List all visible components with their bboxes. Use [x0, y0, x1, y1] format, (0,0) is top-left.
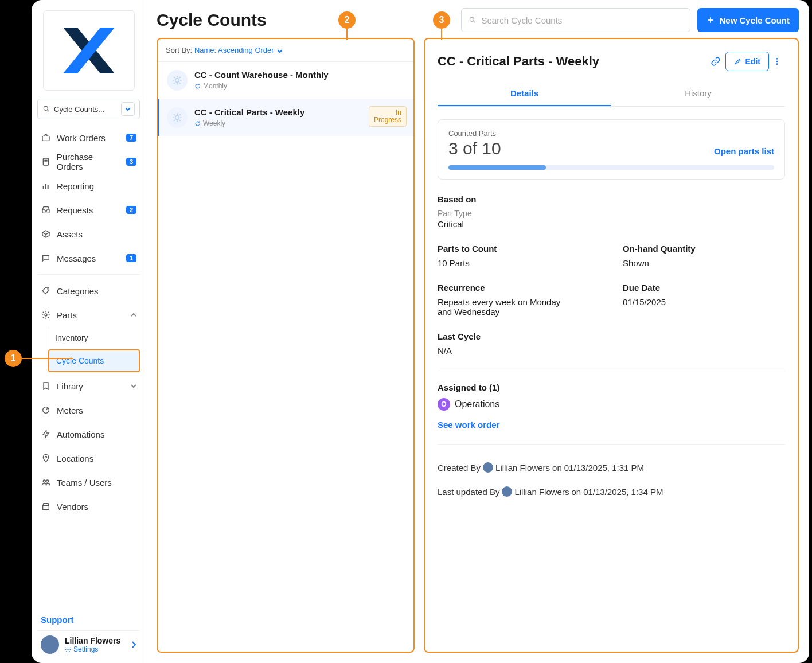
users-icon — [41, 477, 51, 487]
chevron-right-icon — [131, 641, 136, 649]
sidebar-item-meters[interactable]: Meters — [37, 399, 140, 422]
tag-icon — [41, 286, 51, 296]
primary-nav: Work Orders 7 Purchase Orders 3 Reportin… — [37, 126, 140, 518]
svg-rect-10 — [48, 185, 49, 189]
based-on-value: Critical — [438, 219, 785, 229]
sidebar: Cycle Counts... Work Orders 7 Purchase O… — [32, 0, 146, 663]
svg-line-16 — [46, 408, 48, 410]
svg-point-18 — [45, 456, 46, 458]
pencil-icon — [734, 57, 742, 65]
sort-control[interactable]: Sort By: Name: Ascending Order — [158, 39, 413, 62]
sidebar-item-teams-users[interactable]: Teams / Users — [37, 471, 140, 494]
svg-rect-21 — [43, 506, 49, 510]
nav-label: Inventory — [55, 333, 88, 342]
detail-title: CC - Critical Parts - Weekly — [438, 54, 706, 69]
user-settings-link[interactable]: Settings — [65, 645, 120, 653]
sidebar-item-work-orders[interactable]: Work Orders 7 — [37, 126, 140, 149]
tab-history[interactable]: History — [611, 81, 785, 106]
detail-tabs: Details History — [438, 81, 785, 107]
counted-value: 3 of 10 — [448, 139, 501, 158]
nav-label: Teams / Users — [57, 478, 112, 487]
svg-marker-11 — [42, 231, 49, 235]
nav-label: Categories — [57, 286, 99, 296]
sidebar-item-library[interactable]: Library — [37, 375, 140, 397]
see-work-order-link[interactable]: See work order — [438, 420, 785, 430]
bar-chart-icon — [41, 181, 51, 191]
parts-subnav: Inventory Cycle Counts — [48, 327, 140, 373]
edit-button[interactable]: Edit — [725, 52, 769, 71]
more-menu-button[interactable] — [769, 57, 785, 66]
recurrence-label: Recurrence — [438, 283, 600, 292]
status-badge: InProgress — [369, 106, 407, 127]
gear-icon — [65, 646, 71, 653]
svg-point-13 — [47, 288, 48, 290]
sidebar-item-purchase-orders[interactable]: Purchase Orders 3 — [37, 150, 140, 173]
on-hand-value: Shown — [623, 258, 785, 268]
page-title: Cycle Counts — [157, 10, 267, 30]
on-hand-label: On-hand Quantity — [623, 244, 785, 253]
sidebar-item-parts[interactable]: Parts — [37, 303, 140, 326]
share-link-button[interactable] — [706, 52, 725, 71]
sidebar-item-automations[interactable]: Automations — [37, 423, 140, 446]
chat-icon — [41, 253, 51, 263]
cycle-count-item[interactable]: CC - Count Warehouse - Monthly Monthly — [158, 62, 413, 99]
svg-point-22 — [67, 649, 69, 650]
search-icon — [469, 16, 477, 24]
svg-point-14 — [45, 314, 47, 316]
svg-point-20 — [46, 480, 49, 482]
sidebar-item-messages[interactable]: Messages 1 — [37, 247, 140, 270]
sidebar-item-assets[interactable]: Assets — [37, 223, 140, 245]
nav-label: Requests — [57, 205, 93, 215]
sidebar-scope-selector[interactable]: Cycle Counts... — [37, 99, 140, 119]
nav-label: Assets — [57, 229, 83, 239]
refresh-icon — [194, 83, 201, 89]
nav-badge: 2 — [126, 206, 136, 214]
assigned-to-label: Assigned to (1) — [438, 383, 785, 392]
assignee-name: Operations — [455, 399, 499, 410]
user-menu[interactable]: Lillian Flowers Settings — [37, 630, 140, 658]
sidebar-item-requests[interactable]: Requests 2 — [37, 198, 140, 221]
tab-details[interactable]: Details — [438, 81, 611, 106]
svg-line-24 — [474, 21, 475, 23]
annotation-badge-1: 1 — [5, 350, 22, 367]
sidebar-item-reporting[interactable]: Reporting — [37, 174, 140, 197]
assignee-chip[interactable]: O Operations — [438, 398, 785, 411]
svg-point-29 — [776, 58, 778, 60]
list-item-title: CC - Count Warehouse - Monthly — [194, 70, 404, 80]
recurrence-value: Repeats every week on Monday and Wednesd… — [438, 297, 575, 317]
gear-icon — [167, 107, 188, 128]
created-by-row: Created By Lillian Flowers on 01/13/2025… — [438, 462, 785, 473]
chevron-down-icon — [131, 383, 136, 389]
cycle-count-list-panel: Sort By: Name: Ascending Order CC - Coun… — [157, 38, 415, 653]
cycle-count-item[interactable]: CC - Critical Parts - Weekly Weekly InPr… — [158, 99, 413, 136]
nav-label: Locations — [57, 454, 93, 463]
nav-badge: 1 — [126, 254, 136, 262]
chevron-down-icon[interactable] — [121, 102, 135, 116]
support-link[interactable]: Support — [37, 610, 140, 630]
plus-icon — [706, 16, 715, 24]
sidebar-item-categories[interactable]: Categories — [37, 279, 140, 302]
nav-label: Purchase Orders — [57, 152, 120, 171]
chevron-down-icon — [277, 48, 283, 54]
sidebar-subitem-cycle-counts[interactable]: Cycle Counts — [49, 350, 139, 371]
sidebar-item-vendors[interactable]: Vendors — [37, 495, 140, 518]
based-on-subtype: Part Type — [438, 209, 785, 218]
open-parts-list-link[interactable]: Open parts list — [714, 146, 774, 156]
main: Cycle Counts Search Cycle Counts New Cyc… — [146, 0, 809, 663]
sidebar-subitem-inventory[interactable]: Inventory — [48, 327, 140, 348]
briefcase-icon — [41, 132, 51, 143]
svg-point-2 — [44, 106, 48, 110]
parts-to-count-value: 10 Parts — [438, 258, 600, 268]
svg-point-19 — [43, 480, 45, 482]
svg-rect-8 — [43, 186, 44, 189]
search-icon — [42, 105, 50, 113]
svg-marker-17 — [43, 430, 49, 438]
counted-progress — [448, 165, 774, 170]
svg-point-31 — [776, 63, 778, 65]
bookmark-icon — [41, 381, 51, 391]
user-avatar-icon — [502, 486, 512, 497]
search-input[interactable]: Search Cycle Counts — [461, 8, 690, 32]
sidebar-item-locations[interactable]: Locations — [37, 447, 140, 470]
inbox-icon — [41, 205, 51, 215]
new-cycle-count-button[interactable]: New Cycle Count — [697, 8, 799, 32]
